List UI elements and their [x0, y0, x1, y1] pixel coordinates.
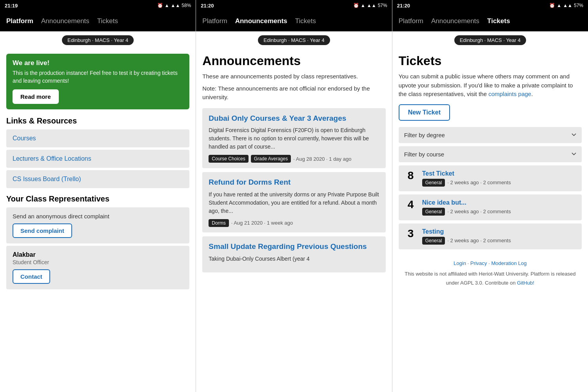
nav-item-announcements[interactable]: Announcements — [431, 17, 479, 25]
signal-icon: ▲▲ — [367, 3, 376, 8]
footer: Login · Privacy · Moderation LogThis web… — [399, 252, 582, 291]
wifi-icon: ▲ — [557, 3, 561, 8]
status-icons: ⏰ ▲ ▲▲ 57% — [353, 3, 387, 8]
ticket-title[interactable]: Nice idea but... — [422, 199, 575, 206]
ticket-meta-text: · 2 weeks ago · 2 comments — [447, 238, 511, 243]
complaints-page-link[interactable]: complaints page — [488, 91, 531, 97]
breadcrumb: Edinburgh · MACS · Year 4 — [258, 35, 330, 45]
nav-item-tickets[interactable]: Tickets — [487, 17, 510, 25]
tag-dorms: Dorms — [209, 219, 229, 227]
nav-item-announcements[interactable]: Announcements — [41, 17, 89, 25]
tags-row: Dorms· Aug 21 2020 · 1 week ago — [209, 219, 379, 227]
ticket-meta-text: · 2 weeks ago · 2 comments — [447, 209, 511, 214]
footer-link-moderation-log[interactable]: Moderation Log — [491, 260, 526, 266]
filter-degree-select[interactable]: Filter by degree — [399, 127, 582, 143]
status-time: 21:20 — [397, 3, 410, 9]
rep-role: Student Officer — [13, 259, 183, 265]
read-more-button[interactable]: Read more — [13, 89, 59, 104]
wifi-icon: ▲ — [361, 3, 365, 8]
announcement-meta: · Aug 28 2020 · 1 day ago — [293, 156, 351, 162]
link-item-cs-issues-board-(trello)[interactable]: CS Issues Board (Trello) — [6, 170, 189, 188]
ticket-title[interactable]: Test Ticket — [422, 170, 575, 177]
status-bar: 21:20 ⏰ ▲ ▲▲ 57% — [196, 0, 392, 11]
ticket-meta: General· 2 weeks ago · 2 comments — [422, 208, 575, 216]
wifi-icon: ▲ — [165, 3, 169, 8]
links-section-title: Links & Resources — [6, 116, 189, 125]
page-title: Tickets — [399, 54, 582, 68]
alert-body: This is the production instance! Feel fr… — [13, 69, 183, 85]
contact-button[interactable]: Contact — [13, 269, 50, 284]
announcement-body: Digital Forensics Digital Forensics (F20… — [209, 126, 379, 151]
tickets-description: You can submit a public issue where othe… — [399, 72, 582, 99]
battery-icon: 57% — [378, 3, 387, 8]
panel-content: We are live! This is the production inst… — [0, 49, 196, 392]
announcement-title[interactable]: Small Update Regarding Previous Question… — [209, 242, 379, 252]
nav-item-announcements[interactable]: Announcements — [235, 17, 287, 25]
status-time: 21:19 — [5, 3, 18, 9]
ticket-votes: 8 — [405, 170, 417, 181]
breadcrumb-bar: Edinburgh · MACS · Year 4 — [392, 31, 588, 49]
nav-item-tickets[interactable]: Tickets — [97, 17, 118, 25]
link-item-lecturers-&-office-locations[interactable]: Lecturers & Office Locations — [6, 150, 189, 168]
alert-title: We are live! — [13, 59, 183, 67]
page-title: Announcements — [202, 54, 385, 68]
nav-bar: PlatformAnnouncementsTickets — [0, 11, 196, 31]
status-bar: 21:19 ⏰ ▲ ▲▲ 58% — [0, 0, 196, 11]
signal-icon: ▲▲ — [171, 3, 180, 8]
ticket-votes: 4 — [405, 199, 417, 210]
ticket-item-0: 8Test TicketGeneral· 2 weeks ago · 2 com… — [399, 165, 582, 191]
ticket-item-2: 3TestingGeneral· 2 weeks ago · 2 comment… — [399, 223, 582, 249]
footer-disclaimer: This website is not affiliated with Heri… — [403, 269, 577, 288]
panel-announcements: 21:20 ⏰ ▲ ▲▲ 57% PlatformAnnouncementsTi… — [196, 0, 392, 392]
status-time: 21:20 — [201, 3, 214, 9]
ticket-info: TestingGeneral· 2 weeks ago · 2 comments — [422, 228, 575, 245]
status-bar: 21:20 ⏰ ▲ ▲▲ 57% — [392, 0, 588, 11]
complaint-box: Send an anonymous direct complaint Send … — [6, 207, 189, 243]
battery-icon: 58% — [181, 3, 191, 8]
link-item-courses[interactable]: Courses — [6, 129, 189, 147]
ticket-tag: General — [422, 237, 445, 245]
announcement-meta: · Aug 21 2020 · 1 week ago — [231, 220, 293, 226]
ticket-tag: General — [422, 208, 445, 216]
filter-course-select[interactable]: Filter by course — [399, 146, 582, 162]
new-ticket-button[interactable]: New Ticket — [399, 104, 450, 121]
nav-item-tickets[interactable]: Tickets — [295, 17, 316, 25]
footer-link-login[interactable]: Login — [454, 260, 466, 266]
breadcrumb: Edinburgh · MACS · Year 4 — [62, 35, 134, 45]
battery-icon: 57% — [574, 3, 583, 8]
announcement-body: If you have rented at the university dor… — [209, 191, 379, 215]
ticket-info: Test TicketGeneral· 2 weeks ago · 2 comm… — [422, 170, 575, 187]
ticket-item-1: 4Nice idea but...General· 2 weeks ago · … — [399, 194, 582, 220]
announcement-card-2: Small Update Regarding Previous Question… — [202, 236, 385, 272]
ticket-title[interactable]: Testing — [422, 228, 575, 235]
rep-box: Alakbar Student Officer Contact — [6, 246, 189, 289]
nav-item-platform[interactable]: Platform — [6, 17, 33, 25]
send-complaint-button[interactable]: Send complaint — [13, 223, 72, 238]
ticket-meta-text: · 2 weeks ago · 2 comments — [447, 180, 511, 185]
complaint-description: Send an anonymous direct complaint — [13, 213, 183, 220]
nav-item-platform[interactable]: Platform — [399, 17, 423, 25]
announcement-card-0: Dubai Only Courses & Year 3 AveragesDigi… — [202, 108, 385, 169]
announcement-title[interactable]: Dubai Only Courses & Year 3 Averages — [209, 114, 379, 123]
footer-link-privacy[interactable]: Privacy — [470, 260, 487, 266]
ticket-meta: General· 2 weeks ago · 2 comments — [422, 237, 575, 245]
panel-content: AnnouncementsThese are announcements pos… — [196, 49, 392, 392]
tags-row: Course ChoicesGrade Averages· Aug 28 202… — [209, 155, 379, 163]
page-desc-2: Note: These announcements are not offici… — [202, 84, 385, 102]
panel-platform: 21:19 ⏰ ▲ ▲▲ 58% PlatformAnnouncementsTi… — [0, 0, 196, 392]
reps-section-title: Your Class Representatives — [6, 194, 189, 203]
rep-name: Alakbar — [13, 251, 183, 258]
panel-tickets: 21:20 ⏰ ▲ ▲▲ 57% PlatformAnnouncementsTi… — [392, 0, 588, 392]
github-link[interactable]: GitHub! — [517, 280, 534, 286]
ticket-votes: 3 — [405, 228, 417, 239]
nav-bar: PlatformAnnouncementsTickets — [196, 11, 392, 31]
breadcrumb-bar: Edinburgh · MACS · Year 4 — [0, 31, 196, 49]
signal-icon: ▲▲ — [563, 3, 572, 8]
announcement-card-1: Refund for Dorms RentIf you have rented … — [202, 172, 385, 232]
nav-item-platform[interactable]: Platform — [202, 17, 227, 25]
nav-bar: PlatformAnnouncementsTickets — [392, 11, 588, 31]
ticket-meta: General· 2 weeks ago · 2 comments — [422, 179, 575, 187]
alarm-icon: ⏰ — [157, 3, 163, 8]
announcement-title[interactable]: Refund for Dorms Rent — [209, 178, 379, 187]
tag-course-choices: Course Choices — [209, 155, 248, 163]
